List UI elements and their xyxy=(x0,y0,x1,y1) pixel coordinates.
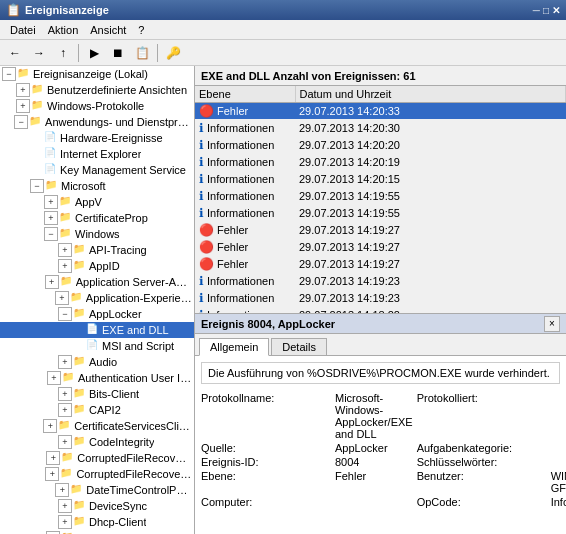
tree-item-dhcpclient[interactable]: +📁Dhcp-Client xyxy=(0,514,194,530)
table-row[interactable]: 🔴Fehler29.07.2013 14:19:27 xyxy=(195,256,566,273)
tree-item-authui[interactable]: +📁Authentication User Interface xyxy=(0,370,194,386)
folder-icon: 📁 xyxy=(62,371,76,385)
tree-expander[interactable]: + xyxy=(58,515,72,529)
tree-item-windows[interactable]: −📁Windows xyxy=(0,226,194,242)
tree-expander[interactable]: + xyxy=(55,483,69,497)
tree-item-codeinteg[interactable]: +📁CodeIntegrity xyxy=(0,434,194,450)
table-row[interactable]: ℹInformationen29.07.2013 14:20:19 xyxy=(195,154,566,171)
table-row[interactable]: 🔴Fehler29.07.2013 14:20:33 xyxy=(195,103,566,120)
tree-item-bits[interactable]: +📁Bits-Client xyxy=(0,386,194,402)
menu-ansicht[interactable]: Ansicht xyxy=(84,23,132,37)
tree-expander[interactable]: + xyxy=(58,403,72,417)
toolbar-action2[interactable]: ⏹ xyxy=(107,42,129,64)
tree-item-appid[interactable]: +📁AppID xyxy=(0,258,194,274)
level-text: Informationen xyxy=(207,207,274,219)
tree-item-corruptfilesvr[interactable]: +📁CorruptedFileRecovery-Server xyxy=(0,466,194,482)
table-row[interactable]: ℹInformationen29.07.2013 14:20:20 xyxy=(195,137,566,154)
tree-expander[interactable]: − xyxy=(2,67,16,81)
tree-label: Dhcp-Client xyxy=(89,516,146,528)
event-level-cell: 🔴Fehler xyxy=(195,222,295,239)
menu-help[interactable]: ? xyxy=(132,23,150,37)
tree-expander[interactable]: + xyxy=(47,371,61,385)
tree-expander[interactable]: + xyxy=(43,419,57,433)
tree-expander[interactable]: + xyxy=(45,467,59,481)
tree-item-certsvc[interactable]: +📁CertificateServicesClient-Creden xyxy=(0,418,194,434)
folder-icon: 📁 xyxy=(59,227,73,241)
tree-expander[interactable]: + xyxy=(58,243,72,257)
tree-expander[interactable]: + xyxy=(44,195,58,209)
toolbar-back[interactable]: ← xyxy=(4,42,26,64)
tab-allgemein[interactable]: Allgemein xyxy=(199,338,269,356)
tree-item-corruptfile[interactable]: +📁CorruptedFileRecovery-Client xyxy=(0,450,194,466)
detail-close-button[interactable]: × xyxy=(544,316,560,332)
tree-item-hardware[interactable]: 📄Hardware-Ereignisse xyxy=(0,130,194,146)
tree-item-ie[interactable]: 📄Internet Explorer xyxy=(0,146,194,162)
tree-expander[interactable]: + xyxy=(58,355,72,369)
tree-expander[interactable]: + xyxy=(44,211,58,225)
tree-item-appserverapp[interactable]: +📁Application Server-Applications xyxy=(0,274,194,290)
menu-datei[interactable]: Datei xyxy=(4,23,42,37)
window-close[interactable]: ✕ xyxy=(552,5,560,16)
window-minimize[interactable]: ─ xyxy=(533,5,540,16)
tab-details[interactable]: Details xyxy=(271,338,327,355)
tree-item-appserv[interactable]: −📁Anwendungs- und Dienstprotokolle xyxy=(0,114,194,130)
toolbar-action4[interactable]: 🔑 xyxy=(162,42,184,64)
event-table[interactable]: Ebene Datum und Uhrzeit 🔴Fehler29.07.201… xyxy=(195,86,566,313)
tree-item-certprop[interactable]: +📁CertificateProp xyxy=(0,210,194,226)
table-row[interactable]: 🔴Fehler29.07.2013 14:19:27 xyxy=(195,239,566,256)
tree-item-datetime[interactable]: +📁DateTimeControlPanel xyxy=(0,482,194,498)
table-row[interactable]: ℹInformationen29.07.2013 14:20:15 xyxy=(195,171,566,188)
tree-expander[interactable]: + xyxy=(55,291,69,305)
toolbar-up[interactable]: ↑ xyxy=(52,42,74,64)
col-level[interactable]: Ebene xyxy=(195,86,295,103)
toolbar-action1[interactable]: ▶ xyxy=(83,42,105,64)
tree-item-apitracing[interactable]: +📁API-Tracing xyxy=(0,242,194,258)
tree-item-microsoft[interactable]: −📁Microsoft xyxy=(0,178,194,194)
toolbar-forward[interactable]: → xyxy=(28,42,50,64)
event-level-cell: ℹInformationen xyxy=(195,137,295,154)
tree-expander[interactable]: − xyxy=(58,307,72,321)
table-row[interactable]: ℹInformationen29.07.2013 14:19:55 xyxy=(195,188,566,205)
tree-expander[interactable]: − xyxy=(30,179,44,193)
menu-aktion[interactable]: Aktion xyxy=(42,23,85,37)
toolbar-action3[interactable]: 📋 xyxy=(131,42,153,64)
tree-item-msiscript[interactable]: 📄MSI and Script xyxy=(0,338,194,354)
tree-expander[interactable]: + xyxy=(46,451,60,465)
tree-item-root[interactable]: −📁Ereignisanzeige (Lokal) xyxy=(0,66,194,82)
tree-item-applocker[interactable]: −📁AppLocker xyxy=(0,306,194,322)
tree-item-exedll[interactable]: 📄EXE and DLL xyxy=(0,322,194,338)
tree-expander[interactable]: + xyxy=(58,259,72,273)
window-maximize[interactable]: □ xyxy=(543,5,549,16)
tree-expander[interactable]: + xyxy=(58,435,72,449)
tree-item-devicesync[interactable]: +📁DeviceSync xyxy=(0,498,194,514)
event-level-cell: ℹInformationen xyxy=(195,120,295,137)
tree-item-appexp[interactable]: +📁Application-Experience xyxy=(0,290,194,306)
table-row[interactable]: ℹInformationen29.07.2013 14:19:55 xyxy=(195,205,566,222)
info-icon: ℹ xyxy=(199,308,204,313)
table-row[interactable]: ℹInformationen29.07.2013 14:20:30 xyxy=(195,120,566,137)
tree-expander[interactable]: − xyxy=(44,227,58,241)
tree-item-appv[interactable]: +📁AppV xyxy=(0,194,194,210)
table-row[interactable]: ℹInformationen29.07.2013 14:19:23 xyxy=(195,273,566,290)
tree-expander[interactable]: + xyxy=(58,499,72,513)
tree-item-custom[interactable]: +📁Benutzerdefinierte Ansichten xyxy=(0,82,194,98)
tree-expander[interactable]: + xyxy=(58,387,72,401)
tree-expander[interactable]: − xyxy=(14,115,28,129)
detail-message: Die Ausführung von %OSDRIVE%\PROCMON.EXE… xyxy=(201,362,560,384)
table-row[interactable]: ℹInformationen29.07.2013 14:18:22 xyxy=(195,307,566,314)
tree-item-keymgmt[interactable]: 📄Key Management Service xyxy=(0,162,194,178)
folder-icon: 📁 xyxy=(73,259,87,273)
tree-item-audio[interactable]: +📁Audio xyxy=(0,354,194,370)
info-icon: ℹ xyxy=(199,155,204,169)
table-row[interactable]: 🔴Fehler29.07.2013 14:19:27 xyxy=(195,222,566,239)
col-date[interactable]: Datum und Uhrzeit xyxy=(295,86,566,103)
detail-content: Die Ausführung von %OSDRIVE%\PROCMON.EXE… xyxy=(195,356,566,534)
tree-item-dhcpnap[interactable]: +📁Dhcp-Nap-Enforcement-Client xyxy=(0,530,194,534)
tree-expander[interactable]: + xyxy=(16,83,30,97)
tree-item-winlog[interactable]: +📁Windows-Protokolle xyxy=(0,98,194,114)
tree-item-capi2[interactable]: +📁CAPI2 xyxy=(0,402,194,418)
tree-expander[interactable]: + xyxy=(45,275,59,289)
table-row[interactable]: ℹInformationen29.07.2013 14:19:23 xyxy=(195,290,566,307)
level-text: Fehler xyxy=(217,258,248,270)
tree-expander[interactable]: + xyxy=(16,99,30,113)
